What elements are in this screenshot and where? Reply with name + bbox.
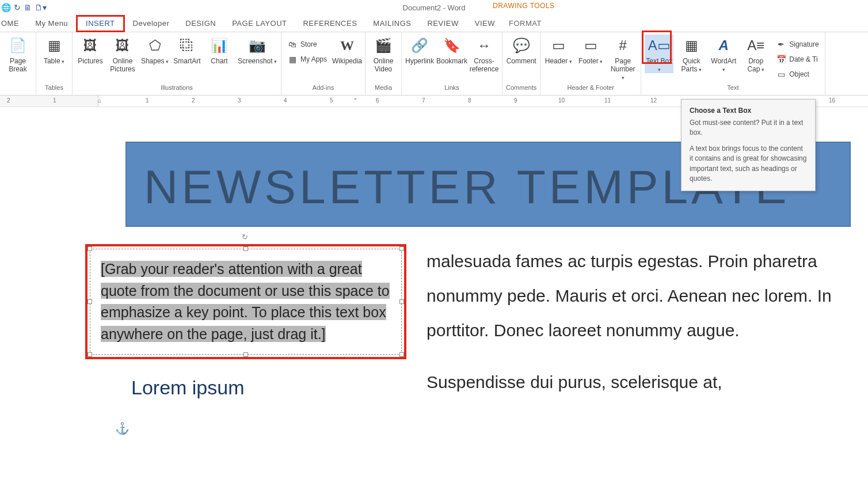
resize-handle[interactable] <box>87 246 92 251</box>
highlight-textbox <box>642 31 672 64</box>
indent-marker[interactable]: ⌂ <box>98 97 101 104</box>
signature-icon: ✒ <box>776 40 786 49</box>
page-break-button[interactable]: 📄 Page Break <box>3 35 32 73</box>
myapps-button[interactable]: ▦My Apps <box>285 53 329 66</box>
tab-mailings[interactable]: MAILINGS <box>365 15 419 32</box>
new-page-icon[interactable]: 🗋▾ <box>35 3 47 12</box>
resize-handle[interactable] <box>399 299 404 304</box>
footer-icon: ▭ <box>581 36 600 55</box>
rotate-handle-icon[interactable]: ↻ <box>242 233 248 241</box>
document-icon[interactable]: 🗎 <box>24 3 32 12</box>
wordart-icon: A <box>714 36 733 55</box>
resize-handle[interactable] <box>87 352 92 357</box>
group-text: A▭Text Box ▦Quick Parts AWordArt A≡Drop … <box>641 32 825 95</box>
online-video-button[interactable]: 🎬Online Video <box>369 35 398 73</box>
tab-view[interactable]: VIEW <box>467 15 503 32</box>
body-text-column[interactable]: malesuada fames ac turpis egestas. Proin… <box>427 244 851 417</box>
pictures-button[interactable]: 🖼Pictures <box>76 35 105 65</box>
footer-button[interactable]: ▭Footer <box>576 35 605 65</box>
smartart-button[interactable]: ⿻SmartArt <box>173 35 201 65</box>
ribbon: 📄 Page Break ▦ Table Tables 🖼Pictures 🖼O… <box>0 32 868 96</box>
comment-button[interactable]: 💬Comment <box>507 35 536 65</box>
highlight-selected-textbox: ↻ [Grab your reader's attention with a g… <box>85 244 406 359</box>
tab-home[interactable]: OME <box>0 15 27 32</box>
tab-review[interactable]: REVIEW <box>419 15 466 32</box>
group-headerfooter: ▭Header ▭Footer #Page Number Header & Fo… <box>540 32 641 95</box>
resize-handle[interactable] <box>399 352 404 357</box>
group-tables: ▦ Table Tables <box>36 32 73 95</box>
object-icon: ▭ <box>776 70 786 79</box>
smartart-icon: ⿻ <box>177 36 197 55</box>
resize-handle[interactable] <box>243 352 248 357</box>
group-label: Tables <box>45 84 63 93</box>
refresh-icon[interactable]: ↻ <box>14 3 21 12</box>
datetime-button[interactable]: 📅Date & Ti <box>774 53 821 66</box>
datetime-icon: 📅 <box>776 55 786 64</box>
store-button[interactable]: 🛍Store <box>285 38 329 51</box>
tab-marker[interactable]: ⌃ <box>353 97 357 104</box>
anchor-icon: ⚓ <box>115 421 130 435</box>
tooltip-textbox: Choose a Text Box Got must-see content? … <box>681 99 816 191</box>
screenshot-button[interactable]: 📷Screenshot <box>237 35 277 65</box>
dropcap-icon: A≡ <box>746 36 766 55</box>
tab-mymenu[interactable]: My Menu <box>27 15 76 32</box>
crossref-icon: ↔ <box>474 36 494 55</box>
crossref-button[interactable]: ↔Cross-reference <box>470 35 498 73</box>
tab-pagelayout[interactable]: PAGE LAYOUT <box>224 15 295 32</box>
tooltip-body-2: A text box brings focus to the content i… <box>690 144 807 184</box>
globe-icon[interactable]: 🌐 <box>1 3 11 12</box>
shapes-icon: ⬠ <box>145 36 165 55</box>
drop-cap-button[interactable]: A≡Drop Cap <box>741 35 770 73</box>
group-addins: 🛍Store ▦My Apps WWikipedia Add-ins <box>281 32 366 95</box>
ribbon-tabs: OME My Menu INSERT Developer DESIGN PAGE… <box>0 15 868 32</box>
signature-button[interactable]: ✒Signature <box>774 38 821 51</box>
hyperlink-button[interactable]: 🔗Hyperlink <box>405 35 434 65</box>
chart-button[interactable]: 📊Chart <box>205 35 234 65</box>
textbox-content[interactable]: [Grab your reader's attention with a gre… <box>101 258 391 345</box>
window-title: Document2 - Word <box>403 3 466 12</box>
group-media: 🎬Online Video Media <box>366 32 402 95</box>
page-break-icon: 📄 <box>8 36 28 55</box>
header-icon: ▭ <box>549 36 568 55</box>
online-pictures-button[interactable]: 🖼Online Pictures <box>108 35 137 73</box>
group-links: 🔗Hyperlink 🔖Bookmark ↔Cross-reference Li… <box>402 32 502 95</box>
table-icon: ▦ <box>44 36 64 55</box>
quick-parts-button[interactable]: ▦Quick Parts <box>677 35 706 73</box>
apps-icon: ▦ <box>287 55 298 64</box>
selected-text-box[interactable]: [Grab your reader's attention with a gre… <box>90 249 402 355</box>
tooltip-body-1: Got must-see content? Put it in a text b… <box>690 118 807 138</box>
comment-icon: 💬 <box>512 36 531 55</box>
wordart-button[interactable]: AWordArt <box>709 35 738 73</box>
pagenumber-icon: # <box>613 36 633 55</box>
tab-references[interactable]: REFERENCES <box>295 15 365 32</box>
wikipedia-icon: W <box>337 36 357 55</box>
wikipedia-button[interactable]: WWikipedia <box>333 35 361 65</box>
shapes-button[interactable]: ⬠Shapes <box>140 35 169 65</box>
hyperlink-icon: 🔗 <box>410 36 429 55</box>
heading-lorem[interactable]: Lorem ipsum <box>131 377 406 399</box>
chart-icon: 📊 <box>210 36 229 55</box>
header-button[interactable]: ▭Header <box>544 35 573 65</box>
bookmark-button[interactable]: 🔖Bookmark <box>437 35 466 65</box>
bookmark-icon: 🔖 <box>442 36 462 55</box>
tab-design[interactable]: DESIGN <box>177 15 224 32</box>
quick-access-toolbar: 🌐 ↻ 🗎 🗋▾ <box>0 3 47 12</box>
body-paragraph-2: Suspendisse dui purus, scelerisque at, <box>427 365 851 400</box>
table-button[interactable]: ▦ Table <box>40 35 68 65</box>
tab-developer[interactable]: Developer <box>125 15 178 32</box>
object-button[interactable]: ▭Object <box>774 68 821 81</box>
body-paragraph-1: malesuada fames ac turpis egestas. Proin… <box>427 244 851 348</box>
tooltip-title: Choose a Text Box <box>690 107 807 115</box>
video-icon: 🎬 <box>374 36 393 55</box>
quickparts-icon: ▦ <box>682 36 701 55</box>
resize-handle[interactable] <box>87 299 92 304</box>
contextual-tab-group-label: DRAWING TOOLS <box>493 2 555 10</box>
resize-handle[interactable] <box>243 246 248 251</box>
tab-insert[interactable]: INSERT <box>76 15 124 32</box>
online-pictures-icon: 🖼 <box>113 36 132 55</box>
store-icon: 🛍 <box>287 40 298 49</box>
tab-format[interactable]: FORMAT <box>501 15 550 32</box>
page-number-button[interactable]: #Page Number <box>608 35 637 81</box>
resize-handle[interactable] <box>399 246 404 251</box>
group-illustrations: 🖼Pictures 🖼Online Pictures ⬠Shapes ⿻Smar… <box>73 32 281 95</box>
